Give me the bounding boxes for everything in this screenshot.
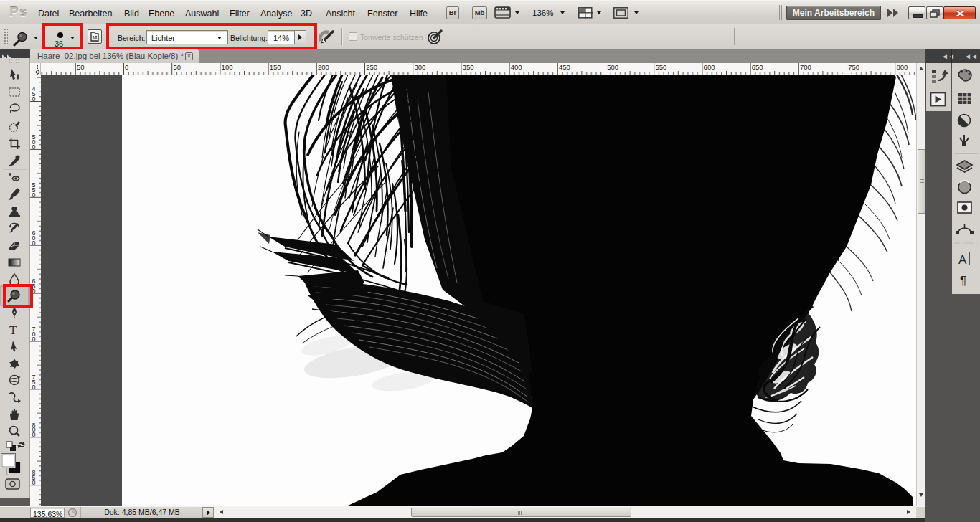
svg-text:200: 200 [318, 63, 329, 71]
svg-text:A: A [958, 253, 967, 267]
svg-text:0: 0 [32, 384, 36, 391]
svg-text:50: 50 [77, 63, 85, 71]
svg-text:450: 450 [559, 63, 570, 71]
svg-text:50: 50 [173, 63, 181, 71]
svg-text:300: 300 [414, 63, 425, 71]
svg-text:0: 0 [32, 336, 36, 343]
svg-text:0: 0 [32, 143, 36, 151]
svg-text:0: 0 [125, 63, 128, 71]
svg-text:0: 0 [32, 95, 36, 103]
svg-text:¶: ¶ [960, 274, 966, 288]
svg-text:500: 500 [607, 63, 618, 71]
svg-text:700: 700 [800, 63, 811, 71]
svg-text:100: 100 [222, 63, 233, 71]
svg-text:0: 0 [32, 479, 36, 486]
svg-text:800: 800 [896, 63, 908, 71]
svg-text:400: 400 [511, 63, 522, 71]
svg-text:750: 750 [848, 63, 859, 71]
svg-text:650: 650 [752, 63, 763, 71]
svg-text:250: 250 [366, 63, 377, 71]
svg-text:T: T [9, 323, 17, 337]
svg-text:150: 150 [270, 63, 281, 71]
svg-text:0: 0 [32, 239, 36, 247]
svg-text:0: 0 [32, 191, 36, 199]
svg-text:550: 550 [655, 63, 666, 71]
svg-text:600: 600 [704, 63, 715, 71]
svg-text:0: 0 [32, 431, 36, 438]
svg-text:350: 350 [463, 63, 474, 71]
